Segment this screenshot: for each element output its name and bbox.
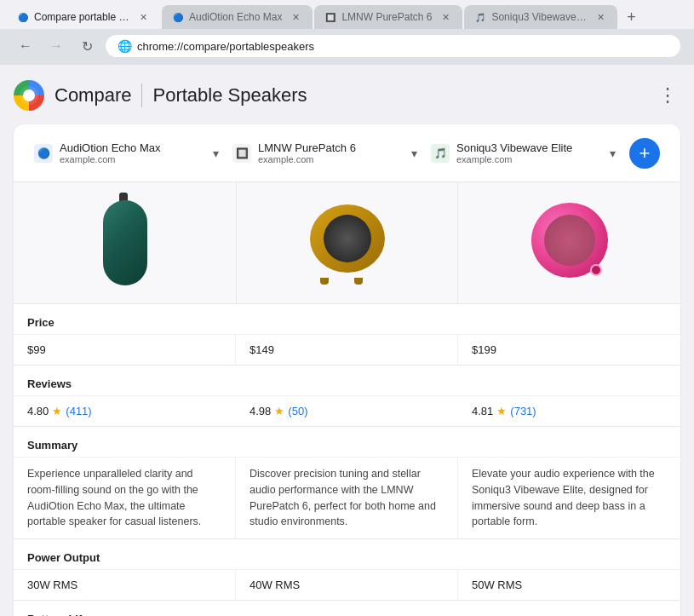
tab-soniqu3[interactable]: 🎵 Soniqu3 Vibewave Elite ✕	[464, 5, 617, 29]
header-divider	[141, 83, 142, 107]
reviews-cell-3: 4.81 ★ (731)	[458, 396, 680, 426]
product1-name: AudiOtion Echo Max	[60, 141, 206, 154]
power-row: 30W RMS 40W RMS 50W RMS	[14, 569, 680, 600]
tab3-label: LMNW PurePatch 6	[341, 11, 432, 23]
power-cell-1: 30W RMS	[14, 570, 236, 600]
url-bar[interactable]: 🌐 chrome://compare/portablespeakers	[106, 35, 680, 57]
review-count-3[interactable]: (731)	[510, 405, 536, 417]
app-name: Compare	[54, 84, 131, 107]
security-icon: 🌐	[118, 39, 132, 53]
summary-cell-2: Discover precision tuning and stellar au…	[236, 458, 458, 538]
price-cell-3: $199	[458, 335, 680, 365]
page-header: G Compare Portable Speakers ⋮	[14, 65, 680, 124]
price-section-header: Price	[14, 303, 680, 334]
product2-image	[305, 204, 390, 281]
product1-domain: example.com	[60, 154, 206, 164]
page-content: G Compare Portable Speakers ⋮ 🔵 AudiOtio…	[0, 65, 694, 616]
star3-icon: ★	[496, 405, 507, 417]
compare-card: 🔵 AudiOtion Echo Max example.com ▾ 🔲 LMN…	[14, 124, 680, 616]
product1-image-cell	[14, 182, 236, 303]
tab-compare-portable[interactable]: 🔵 Compare portable speaker ✕	[7, 5, 160, 29]
svg-point-0	[20, 86, 38, 105]
svg-text:G: G	[24, 89, 32, 102]
product3-favicon: 🎵	[431, 144, 450, 163]
product3-image	[527, 203, 612, 284]
address-bar: ← → ↻ 🌐 chrome://compare/portablespeaker…	[0, 29, 694, 65]
tab4-label: Soniqu3 Vibewave Elite	[491, 11, 587, 23]
forward-button[interactable]: →	[44, 34, 68, 58]
battery-section-header: Battery Life	[14, 600, 680, 616]
product-selector-3[interactable]: 🎵 Soniqu3 Vibewave Elite example.com ▾	[424, 136, 622, 170]
product3-domain: example.com	[456, 154, 603, 164]
price-cell-1: $99	[14, 335, 236, 365]
tab-audiotion[interactable]: 🔵 AudiOtion Echo Max ✕	[162, 5, 313, 29]
add-product-button[interactable]: +	[629, 138, 660, 169]
rating3-value: 4.81	[472, 405, 493, 417]
tab3-favicon: 🔲	[324, 11, 336, 23]
reviews-row: 4.80 ★ (411) 4.98 ★ (50) 4.81 ★ (731)	[14, 395, 680, 426]
tab1-favicon: 🔵	[17, 11, 29, 23]
back-button[interactable]: ←	[14, 34, 37, 58]
product2-favicon: 🔲	[232, 144, 251, 163]
tab2-close[interactable]: ✕	[289, 10, 302, 24]
page-title: Portable Speakers	[152, 84, 307, 107]
power-cell-2: 40W RMS	[236, 570, 458, 600]
summary-cell-1: Experience unparalleled clarity and room…	[14, 458, 236, 538]
rating2-value: 4.98	[249, 405, 271, 417]
rating1-value: 4.80	[27, 405, 49, 417]
price-row: $99 $149 $199	[14, 334, 680, 365]
google-logo: G	[14, 80, 44, 111]
tab1-label: Compare portable speaker	[34, 11, 129, 23]
new-tab-button[interactable]: +	[619, 5, 643, 29]
product1-image	[100, 196, 151, 290]
product2-chevron: ▾	[411, 147, 417, 160]
summary-section-header: Summary	[14, 426, 680, 457]
menu-button[interactable]: ⋮	[655, 81, 680, 110]
review-count-2[interactable]: (50)	[288, 405, 307, 417]
product2-image-cell	[236, 182, 458, 303]
star2-icon: ★	[274, 405, 284, 417]
product-selector-row: 🔵 AudiOtion Echo Max example.com ▾ 🔲 LMN…	[14, 124, 680, 182]
tab1-close[interactable]: ✕	[136, 10, 150, 24]
tab2-favicon: 🔵	[172, 11, 184, 23]
product-selector-1[interactable]: 🔵 AudiOtion Echo Max example.com ▾	[27, 136, 226, 170]
tab4-close[interactable]: ✕	[594, 10, 607, 24]
product3-info: Soniqu3 Vibewave Elite example.com	[456, 141, 603, 164]
summary-cell-3: Elevate your audio experience with the S…	[458, 458, 680, 538]
product1-favicon: 🔵	[34, 144, 53, 163]
url-text: chrome://compare/portablespeakers	[137, 40, 314, 53]
reviews-section-header: Reviews	[14, 365, 680, 395]
product3-name: Soniqu3 Vibewave Elite	[456, 141, 603, 154]
product2-info: LMNW PurePatch 6 example.com	[258, 141, 404, 164]
product3-chevron: ▾	[610, 147, 616, 160]
product1-info: AudiOtion Echo Max example.com	[60, 141, 206, 164]
star1-icon: ★	[52, 405, 62, 417]
reload-button[interactable]: ↻	[75, 34, 99, 58]
power-cell-3: 50W RMS	[458, 570, 680, 600]
summary-row: Experience unparalleled clarity and room…	[14, 457, 680, 538]
product2-name: LMNW PurePatch 6	[258, 141, 404, 154]
product2-domain: example.com	[258, 154, 404, 164]
tab2-label: AudiOtion Echo Max	[189, 11, 282, 23]
tab4-favicon: 🎵	[474, 11, 486, 23]
browser-chrome: 🔵 Compare portable speaker ✕ 🔵 AudiOtion…	[0, 0, 694, 65]
review-count-1[interactable]: (411)	[66, 405, 91, 417]
product3-image-cell	[458, 182, 680, 303]
tab-bar: 🔵 Compare portable speaker ✕ 🔵 AudiOtion…	[0, 0, 694, 29]
power-section-header: Power Output	[14, 538, 680, 569]
reviews-cell-1: 4.80 ★ (411)	[14, 396, 236, 426]
tab3-close[interactable]: ✕	[439, 10, 452, 24]
price-cell-2: $149	[236, 335, 458, 365]
tab-lmnw[interactable]: 🔲 LMNW PurePatch 6 ✕	[314, 5, 462, 29]
reviews-cell-2: 4.98 ★ (50)	[236, 396, 458, 426]
product1-chevron: ▾	[213, 147, 219, 160]
product-selector-2[interactable]: 🔲 LMNW PurePatch 6 example.com ▾	[226, 136, 424, 170]
product-images-row	[14, 182, 680, 303]
